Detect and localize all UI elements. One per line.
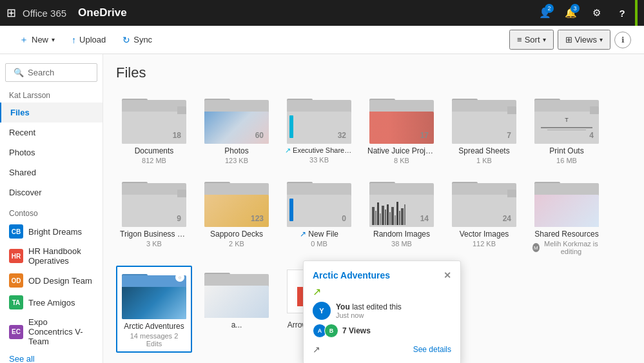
cmd-right: ≡ Sort ▾ ⊞ Views ▾ ℹ (509, 30, 631, 50)
folder-photos[interactable]: 60 Photos 123 KB (199, 92, 275, 168)
folder-icon-vector-images: 24 (452, 179, 516, 227)
info-icon: ℹ (621, 35, 625, 44)
expo-label: Expo Concentrics V-Team (28, 317, 93, 346)
folder-arctic-adventures[interactable]: ○ Arctic Adventures 14 messages 2 Edits (116, 266, 192, 353)
sidebar-item-files[interactable]: Files (0, 103, 102, 123)
sidebar-section-label: Contoso (0, 202, 102, 221)
sidebar-item-photos[interactable]: Photos (0, 142, 102, 162)
sort-label: Sort (525, 35, 540, 44)
folder-size-documents: 812 MB (120, 157, 188, 164)
sidebar-item-recent[interactable]: Recent (0, 123, 102, 142)
popup-title-bar: Arctic Adventures ✕ (313, 270, 451, 280)
folder-size-native-juice: 8 KB (367, 157, 436, 164)
folder-size-printouts: 16 MB (532, 157, 601, 164)
folder-icon-arctic-adventures: ○ (122, 271, 186, 319)
folder-executive[interactable]: 32 ↗ Executive Share Outs 33 KB (281, 92, 357, 168)
tree-amigos-label: Tree Amigos (28, 298, 75, 308)
app-title: OneDrive (78, 6, 533, 19)
folder-size-sapporo: 2 KB (202, 240, 271, 248)
popup-share-icon[interactable]: ↗ (313, 344, 320, 355)
help-icon-btn[interactable]: ? (610, 1, 634, 25)
folder-name-photos: Photos (202, 146, 271, 155)
popup-title-text: Arctic Adventures (313, 270, 390, 280)
folder-name-spreadsheets: Spread Sheets (450, 146, 518, 155)
views-button[interactable]: ⊞ Views ▾ (558, 30, 610, 50)
sidebar-group-expo[interactable]: EC Expo Concentrics V-Team (0, 313, 102, 350)
top-bar-icons: 👤 2 🔔 3 ⚙ ? (533, 1, 634, 25)
sidebar-item-shared[interactable]: Shared (0, 162, 102, 182)
sort-icon: ≡ (517, 35, 522, 44)
folder-printouts[interactable]: T 4 Print Outs 16 MB (529, 92, 605, 168)
sidebar-item-discover[interactable]: Discover (0, 182, 102, 202)
grid-icon[interactable]: ⊞ (6, 6, 16, 20)
sort-button[interactable]: ≡ Sort ▾ (509, 30, 553, 50)
popup-trend-icon: ↗ (313, 286, 321, 298)
folder-count-spreadsheets: 7 (507, 131, 511, 140)
folder-documents[interactable]: 18 Documents 812 MB (116, 92, 192, 168)
sidebar-discover-label: Discover (9, 188, 42, 197)
folder-size-vector-images: 112 KB (450, 240, 518, 248)
sync-button[interactable]: ↻ Sync (116, 31, 159, 49)
folder-spreadsheets[interactable]: 7 Spread Sheets 1 KB (446, 92, 522, 168)
upload-icon: ↑ (72, 35, 76, 45)
folder-annual-report[interactable]: AnnualReport Annual Report (116, 359, 192, 363)
popup-see-details-link[interactable]: See details (413, 345, 451, 354)
popup-close-icon[interactable]: ✕ (444, 270, 451, 280)
page-title: Files (116, 64, 631, 81)
folder-icon-new-file: 0 (287, 179, 351, 227)
popup-views-count: 7 Views (342, 326, 371, 335)
folder-shared-resources[interactable]: Shared Resources M Melih Korkmaz is edit… (529, 175, 605, 259)
settings-icon: ⚙ (592, 7, 601, 19)
folder-editing-shared-resources: M Melih Korkmaz is editing (532, 240, 601, 255)
folder-size-trigon: 3 KB (120, 240, 188, 248)
popup-user-avatar: Y (313, 302, 331, 320)
sidebar-recent-label: Recent (9, 128, 35, 137)
expo-avatar: EC (9, 325, 23, 339)
sort-chevron-icon: ▾ (543, 36, 546, 43)
sidebar-group-bright-dreams[interactable]: CB Bright Dreams (0, 221, 102, 242)
top-bar: ⊞ Office 365 OneDrive 👤 2 🔔 3 ⚙ ? (0, 0, 644, 26)
settings-icon-btn[interactable]: ⚙ (585, 1, 608, 25)
folder-item-blank[interactable] (199, 359, 275, 363)
folder-trigon[interactable]: 9 Trigon Business Design 3 KB (116, 175, 192, 259)
new-button[interactable]: ＋ New ▾ (13, 30, 61, 50)
sidebar-group-hr-handbook[interactable]: HR HR Handbook Operatives (0, 242, 102, 270)
folder-name-random-images: Random Images (367, 230, 436, 239)
folder-name-vector-images: Vector Images (450, 230, 518, 239)
popup-edit-text: last edited this (352, 302, 402, 311)
user-icon-btn[interactable]: 👤 2 (533, 1, 556, 25)
new-chevron-icon: ▾ (52, 36, 55, 43)
folder-vector-images[interactable]: 24 Vector Images 112 KB (446, 175, 522, 259)
bell-badge: 3 (571, 4, 580, 13)
sidebar-photos-label: Photos (9, 148, 35, 157)
folder-name-partial: a... (202, 320, 271, 329)
folder-name-trigon: Trigon Business Design (120, 230, 188, 239)
sidebar-group-od-design[interactable]: OD OD Design Team (0, 270, 102, 291)
views-icon: ⊞ (565, 35, 572, 44)
search-input[interactable]: 🔍 Search (5, 63, 97, 82)
upload-button[interactable]: ↑ Upload (65, 31, 112, 49)
folder-count-random-images: 14 (420, 214, 429, 223)
folder-count-executive: 32 (338, 131, 346, 140)
folder-native-juice[interactable]: 17 Native Juice Project 8 KB (364, 92, 440, 168)
bright-dreams-label: Bright Dreams (28, 227, 82, 237)
folder-random-images[interactable]: 14 Random Images 38 MB (364, 175, 440, 259)
sidebar-group-tree-amigos[interactable]: TA Tree Amigos (0, 291, 102, 313)
accent-bar (635, 0, 638, 26)
folder-new-file[interactable]: 0 ↗ New File 0 MB (281, 175, 357, 259)
folder-count-new-file: 0 (342, 214, 346, 223)
info-button[interactable]: ℹ (614, 32, 631, 48)
folder-icon-sapporo: 123 (204, 179, 269, 227)
search-icon: 🔍 (14, 68, 24, 77)
folder-count-photos: 60 (255, 131, 264, 140)
folder-icon-trigon: 9 (122, 179, 186, 227)
folder-sapporo[interactable]: 123 Sapporo Decks 2 KB (199, 175, 275, 259)
folder-size-random-images: 38 MB (367, 240, 436, 248)
folder-count-trigon: 9 (177, 214, 181, 223)
sidebar: 🔍 Search Kat Larsson Files Recent Photos… (0, 54, 103, 363)
bell-icon-btn[interactable]: 🔔 3 (559, 1, 582, 25)
views-chevron-icon: ▾ (600, 36, 603, 43)
see-all-link[interactable]: See all (0, 350, 102, 363)
folder-partial[interactable]: a... (199, 266, 275, 353)
user-badge: 2 (545, 4, 554, 13)
